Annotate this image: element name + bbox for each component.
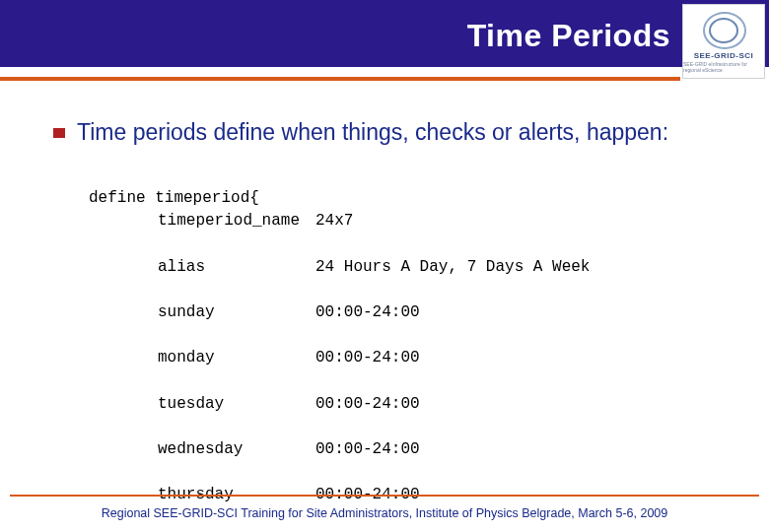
bullet-item: Time periods define when things, checks …	[53, 118, 739, 147]
logo-swirl-icon	[699, 10, 748, 49]
code-row: tuesday00:00-24:00	[89, 393, 739, 416]
code-row: timeperiod_name24x7	[89, 210, 739, 233]
footer-text: Regional SEE-GRID-SCI Training for Site …	[0, 506, 769, 520]
code-key: tuesday	[158, 393, 315, 416]
logo-text: SEE-GRID-SCI	[694, 51, 754, 60]
slide-content: Time periods define when things, checks …	[53, 118, 739, 532]
footer-divider	[10, 495, 759, 497]
code-row: sunday00:00-24:00	[89, 301, 739, 324]
code-key: sunday	[158, 301, 315, 324]
code-val: 00:00-24:00	[315, 301, 420, 324]
code-key: monday	[158, 347, 315, 369]
header-divider	[0, 77, 680, 81]
logo: SEE-GRID-SCI SEE-GRID eInfrastructure fo…	[682, 4, 765, 79]
code-block: define timeperiod{ timeperiod_name24x7 a…	[89, 165, 739, 532]
code-key: wednesday	[158, 438, 315, 461]
code-val: 00:00-24:00	[315, 438, 420, 461]
slide-header: Time Periods SEE-GRID-SCI SEE-GRID eInfr…	[0, 0, 769, 67]
code-key: timeperiod_name	[158, 210, 315, 233]
code-val: 24 Hours A Day, 7 Days A Week	[315, 256, 590, 279]
bullet-text: Time periods define when things, checks …	[77, 118, 668, 147]
code-row: monday00:00-24:00	[89, 347, 739, 369]
code-open: define timeperiod{	[89, 189, 259, 207]
code-key: alias	[158, 256, 315, 279]
code-val: 00:00-24:00	[315, 393, 420, 416]
code-val: 24x7	[315, 210, 353, 233]
code-row: wednesday00:00-24:00	[89, 438, 739, 461]
code-val: 00:00-24:00	[315, 347, 420, 369]
code-row: alias24 Hours A Day, 7 Days A Week	[89, 256, 739, 279]
slide-title: Time Periods	[467, 18, 670, 54]
logo-subtext: SEE-GRID eInfrastructure for regional eS…	[683, 61, 764, 73]
bullet-icon	[53, 128, 65, 138]
